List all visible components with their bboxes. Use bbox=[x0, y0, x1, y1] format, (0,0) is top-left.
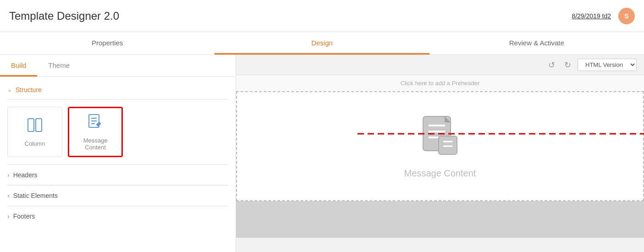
main-tabs: Properties Design Review & Activate bbox=[0, 32, 644, 55]
block-column[interactable]: Column bbox=[7, 107, 62, 157]
canvas-area: ↺ ↻ HTML Version Click here to add a Pre… bbox=[236, 55, 644, 252]
chevron-down-icon: ⌄ bbox=[7, 87, 12, 93]
preheader-bar[interactable]: Click here to add a Preheader bbox=[236, 75, 644, 91]
chevron-right-icon-3: › bbox=[7, 213, 10, 220]
headers-divider bbox=[7, 164, 228, 165]
structure-section-header[interactable]: ⌄ Structure bbox=[7, 82, 228, 97]
static-divider bbox=[7, 185, 228, 186]
footers-divider bbox=[7, 206, 228, 206]
chevron-right-icon-2: › bbox=[7, 192, 10, 199]
headers-section[interactable]: › Headers bbox=[7, 167, 228, 183]
header-right: 8/29/2019 td2 S bbox=[572, 8, 635, 24]
tab-properties[interactable]: Properties bbox=[0, 32, 215, 55]
sidebar-tab-build[interactable]: Build bbox=[0, 55, 37, 77]
sidebar: Build Theme ⌄ Structure bbox=[0, 55, 236, 252]
svg-rect-0 bbox=[28, 119, 34, 131]
tab-design[interactable]: Design bbox=[215, 32, 429, 55]
message-content-icon bbox=[87, 114, 104, 133]
section-divider bbox=[7, 99, 228, 99]
canvas-scroll[interactable]: Click here to add a Preheader bbox=[236, 75, 644, 252]
avatar-button[interactable]: S bbox=[618, 8, 635, 24]
preheader-text: Click here to add a Preheader bbox=[401, 80, 480, 87]
drop-zone[interactable]: Message Content bbox=[236, 91, 644, 201]
app-title: Template Designer 2.0 bbox=[9, 10, 119, 22]
svg-rect-1 bbox=[36, 119, 42, 131]
column-icon bbox=[27, 117, 43, 137]
blocks-grid: Column MessageContent bbox=[7, 101, 228, 163]
chevron-right-icon: › bbox=[7, 171, 10, 179]
main-area: Build Theme ⌄ Structure bbox=[0, 55, 644, 252]
below-fold bbox=[236, 201, 644, 238]
undo-button[interactable]: ↺ bbox=[545, 58, 558, 72]
svg-rect-11 bbox=[439, 136, 457, 154]
footers-section[interactable]: › Footers bbox=[7, 208, 228, 225]
canvas-toolbar: ↺ ↻ HTML Version bbox=[236, 55, 644, 75]
sidebar-tabs: Build Theme bbox=[0, 55, 236, 77]
drop-zone-icon bbox=[419, 114, 461, 163]
sidebar-tab-theme[interactable]: Theme bbox=[37, 55, 81, 77]
header-date: 8/29/2019 td2 bbox=[572, 12, 611, 20]
app-header: Template Designer 2.0 8/29/2019 td2 S bbox=[0, 0, 644, 32]
redo-button[interactable]: ↻ bbox=[561, 58, 574, 72]
sidebar-content: ⌄ Structure Column bbox=[0, 77, 236, 252]
block-message-content[interactable]: MessageContent bbox=[68, 107, 123, 157]
drop-zone-label: Message Content bbox=[404, 168, 476, 179]
message-content-label: MessageContent bbox=[83, 137, 108, 151]
static-elements-section[interactable]: › Static Elements bbox=[7, 187, 228, 204]
version-select[interactable]: HTML Version bbox=[578, 59, 637, 71]
tab-review[interactable]: Review & Activate bbox=[429, 32, 644, 55]
